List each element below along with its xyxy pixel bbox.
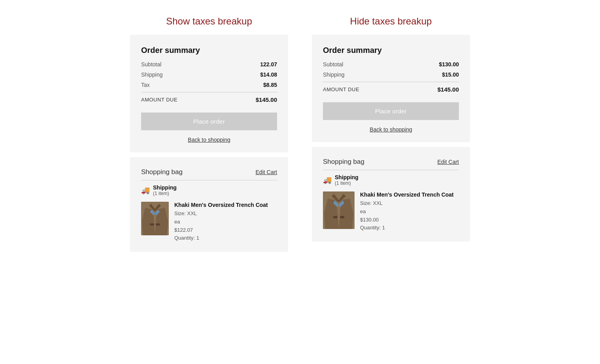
left-product-name: Khaki Men's Oversized Trench Coat	[174, 202, 268, 208]
right-subtotal-row: Subtotal $130.00	[323, 61, 459, 68]
left-subtotal-label: Subtotal	[141, 61, 161, 68]
left-product-quantity: Quantity: 1	[174, 234, 268, 242]
left-tax-label: Tax	[141, 82, 150, 88]
right-shopping-bag-card: Shopping bag Edit Cart 🚚 Shipping (1 ite…	[312, 147, 470, 242]
right-product-size: Size: XXL	[360, 199, 454, 208]
right-divider	[323, 82, 459, 82]
right-edit-cart-link[interactable]: Edit Cart	[438, 159, 459, 165]
left-product-size: Size: XXL	[174, 210, 268, 218]
right-item-count: (1 item)	[335, 180, 358, 186]
right-product-meta: Size: XXL ea $130.00 Quantity: 1	[360, 199, 454, 232]
left-product-image	[141, 202, 169, 235]
right-amount-due-row: AMOUNT DUE $145.00	[323, 86, 459, 93]
right-shipping-info: Shipping (1 item)	[335, 174, 358, 186]
right-section: Hide taxes breakup Order summary Subtota…	[312, 16, 470, 242]
left-tax-value: $8.85	[263, 82, 277, 88]
right-subtotal-label: Subtotal	[323, 61, 343, 68]
left-edit-cart-link[interactable]: Edit Cart	[256, 169, 277, 175]
left-truck-icon: 🚚	[141, 186, 150, 195]
left-product-price: $122.07	[174, 226, 268, 235]
left-divider	[141, 92, 277, 92]
left-amount-due-row: AMOUNT DUE $145.00	[141, 96, 277, 103]
left-bag-divider	[141, 180, 277, 180]
left-amount-due-label: AMOUNT DUE	[141, 97, 177, 103]
right-product-row: Khaki Men's Oversized Trench Coat Size: …	[323, 191, 459, 232]
left-subtotal-row: Subtotal 122.07	[141, 61, 277, 68]
right-shipping-row-bag: 🚚 Shipping (1 item)	[323, 174, 459, 186]
right-back-to-shopping-link[interactable]: Back to shopping	[323, 126, 459, 133]
right-section-title: Hide taxes breakup	[350, 16, 432, 27]
left-shopping-bag-title: Shopping bag	[141, 168, 183, 176]
right-shopping-bag-title: Shopping bag	[323, 158, 364, 166]
left-shopping-bag-header: Shopping bag Edit Cart	[141, 168, 277, 176]
right-shopping-bag-header: Shopping bag Edit Cart	[323, 158, 459, 166]
left-shipping-info: Shipping (1 item)	[153, 184, 177, 196]
left-shipping-value: $14.08	[260, 71, 277, 78]
left-back-to-shopping-link[interactable]: Back to shopping	[141, 137, 277, 143]
svg-rect-15	[338, 215, 340, 220]
right-shipping-row: Shipping $15.00	[323, 71, 459, 78]
right-subtotal-value: $130.00	[439, 61, 459, 68]
left-shipping-row-bag: 🚚 Shipping (1 item)	[141, 184, 277, 196]
right-amount-due-value: $145.00	[438, 86, 459, 93]
right-place-order-button[interactable]: Place order	[323, 102, 459, 120]
left-section-title: Show taxes breakup	[166, 16, 252, 27]
right-product-details: Khaki Men's Oversized Trench Coat Size: …	[360, 191, 454, 232]
left-shipping-label: Shipping	[141, 71, 163, 78]
svg-rect-7	[154, 223, 156, 226]
left-section: Show taxes breakup Order summary Subtota…	[130, 16, 288, 252]
right-product-quantity: Quantity: 1	[360, 224, 454, 232]
right-order-summary-title: Order summary	[323, 46, 459, 55]
right-shipping-label-bag: Shipping	[335, 174, 358, 180]
left-order-summary-card: Order summary Subtotal 122.07 Shipping $…	[130, 35, 288, 152]
right-bag-divider	[323, 170, 459, 170]
left-tax-row: Tax $8.85	[141, 82, 277, 88]
right-product-image	[323, 191, 355, 229]
left-subtotal-value: 122.07	[260, 61, 277, 68]
left-place-order-button[interactable]: Place order	[141, 113, 277, 130]
left-shipping-row: Shipping $14.08	[141, 71, 277, 78]
right-product-price: $130.00	[360, 216, 454, 224]
left-product-meta: Size: XXL ea $122.07 Quantity: 1	[174, 210, 268, 242]
right-product-unit: ea	[360, 208, 454, 216]
right-order-summary-card: Order summary Subtotal $130.00 Shipping …	[312, 35, 470, 142]
left-product-unit: ea	[174, 218, 268, 226]
right-shipping-label: Shipping	[323, 71, 345, 78]
right-truck-icon: 🚚	[323, 176, 332, 184]
left-order-summary-title: Order summary	[141, 46, 277, 55]
left-product-row: Khaki Men's Oversized Trench Coat Size: …	[141, 202, 277, 242]
left-shipping-label-bag: Shipping	[153, 184, 177, 191]
right-product-name: Khaki Men's Oversized Trench Coat	[360, 191, 454, 198]
right-amount-due-label: AMOUNT DUE	[323, 86, 359, 92]
right-shipping-value: $15.00	[442, 71, 459, 78]
left-product-details: Khaki Men's Oversized Trench Coat Size: …	[174, 202, 268, 242]
left-amount-due-value: $145.00	[256, 96, 277, 103]
left-item-count: (1 item)	[153, 191, 177, 196]
left-shopping-bag-card: Shopping bag Edit Cart 🚚 Shipping (1 ite…	[130, 157, 288, 252]
